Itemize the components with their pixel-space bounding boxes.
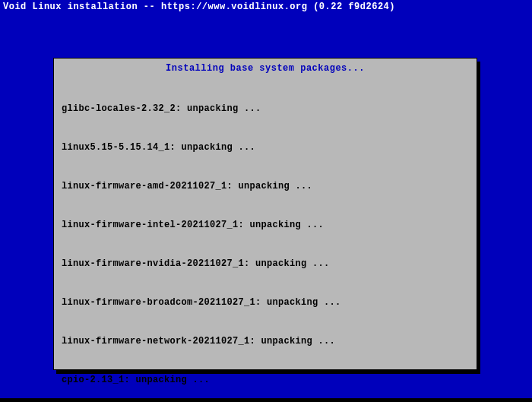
- log-line: linux-firmware-intel-20211027_1: unpacki…: [62, 219, 469, 232]
- log-line: linux-firmware-amd-20211027_1: unpacking…: [62, 180, 469, 193]
- window-titlebar: Void Linux installation -- https://www.v…: [0, 0, 532, 14]
- dialog-title: Installing base system packages...: [54, 59, 477, 74]
- log-line: linux-firmware-network-20211027_1: unpac…: [62, 335, 469, 348]
- install-dialog: Installing base system packages... glibc…: [53, 58, 477, 370]
- log-output: glibc-locales-2.32_2: unpacking ... linu…: [54, 74, 477, 402]
- log-line: glibc-locales-2.32_2: unpacking ...: [62, 103, 469, 116]
- log-line: linux-firmware-broadcom-20211027_1: unpa…: [62, 296, 469, 309]
- log-line: linux-firmware-nvidia-20211027_1: unpack…: [62, 258, 469, 271]
- log-line: linux5.15-5.15.14_1: unpacking ...: [62, 141, 469, 154]
- installer-screen: Void Linux installation -- https://www.v…: [0, 0, 532, 398]
- log-line: cpio-2.13_1: unpacking ...: [62, 374, 469, 387]
